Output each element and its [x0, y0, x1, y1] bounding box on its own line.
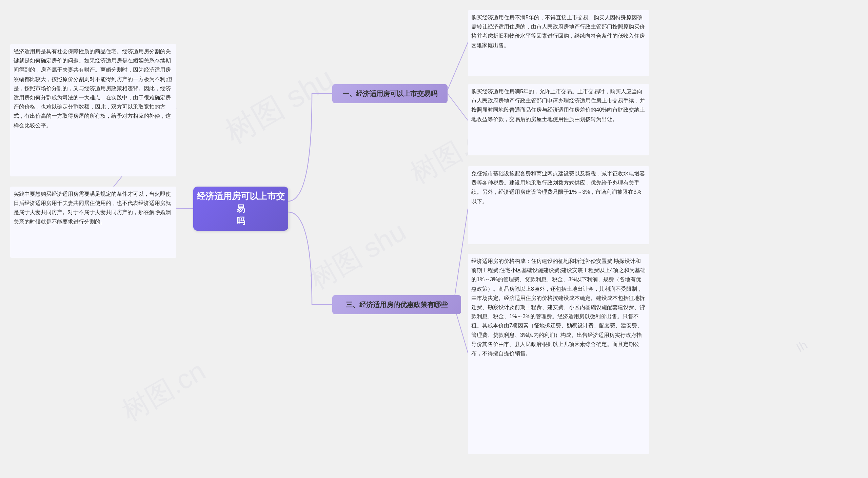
text-bot-right-content: 经济适用房的价格构成：住房建设的征地和拆迁补偿安置费;勘探设计和前期工程费;住宅…	[471, 258, 646, 356]
text-mid-right: 免征城市基础设施配套费和商业网点建设费以及契税，减半征收水电增容费等各种税费。建…	[468, 166, 649, 244]
text-left-top-content: 经济适用房是具有社会保障性质的商品住宅。经济适用房分割的关键就是如何确定房价的问…	[14, 49, 172, 128]
watermark-1: 树图 shu	[218, 58, 341, 153]
text-mid-right-content: 免征城市基础设施配套费和商业网点建设费以及契税，减半征收水电增容费等各种税费。建…	[471, 171, 645, 204]
text-top-right-2-content: 购买经济适用住房满5年的，允许上市交易。上市交易时，购买人应当向市人民政府房地产…	[471, 89, 645, 122]
branch-node-3-label: 三、经济适用房的优惠政策有哪些	[346, 300, 448, 310]
text-top-right-2: 购买经济适用住房满5年的，允许上市交易。上市交易时，购买人应当向市人民政府房地产…	[468, 84, 649, 155]
watermark-2: 树图 shu	[303, 213, 413, 298]
text-bot-right: 经济适用房的价格构成：住房建设的征地和拆迁补偿安置费;勘探设计和前期工程费;住宅…	[468, 254, 649, 454]
watermark-5: Ih	[794, 338, 810, 355]
central-node-label: 经济适用房可以上市交易 吗	[193, 190, 288, 227]
branch-node-1: 一、经济适用房可以上市交易吗	[332, 84, 448, 103]
svg-line-2	[454, 209, 468, 299]
mind-map-canvas: 经济适用房可以上市交易 吗 一、经济适用房可以上市交易吗 三、经济适用房的优惠政…	[0, 0, 868, 478]
branch-node-1-label: 一、经济适用房可以上市交易吗	[342, 89, 437, 99]
text-top-right-1: 购买经济适用住房不满5年的，不得直接上市交易。购买人因特殊原因确需转让经济适用住…	[468, 10, 649, 76]
svg-line-0	[448, 42, 468, 90]
text-top-right-1-content: 购买经济适用住房不满5年的，不得直接上市交易。购买人因特殊原因确需转让经济适用住…	[471, 15, 645, 48]
svg-line-1	[448, 94, 468, 120]
text-left-bot-content: 实践中要想购买经济适用房需要满足规定的条件才可以，当然即使日后经济适用房用于夫妻…	[14, 191, 171, 225]
central-node: 经济适用房可以上市交易 吗	[193, 187, 288, 231]
text-left-top: 经济适用房是具有社会保障性质的商品住宅。经济适用房分割的关键就是如何确定房价的问…	[10, 44, 176, 176]
branch-node-3: 三、经济适用房的优惠政策有哪些	[332, 295, 461, 314]
text-left-bot: 实践中要想购买经济适用房需要满足规定的条件才可以，当然即使日后经济适用房用于夫妻…	[10, 187, 176, 258]
watermark-3: 树图.cn	[116, 353, 212, 430]
